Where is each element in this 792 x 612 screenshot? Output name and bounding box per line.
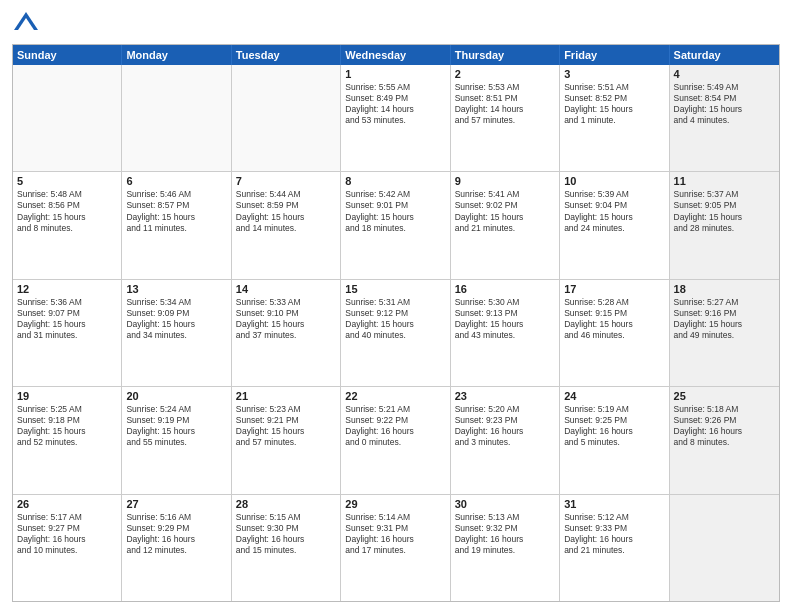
- cell-line: Sunset: 8:54 PM: [674, 93, 775, 104]
- day-number: 21: [236, 390, 336, 402]
- cell-line: and 21 minutes.: [455, 223, 555, 234]
- cell-line: Daylight: 16 hours: [455, 426, 555, 437]
- cell-line: Daylight: 15 hours: [17, 212, 117, 223]
- cell-day-18: 18Sunrise: 5:27 AMSunset: 9:16 PMDayligh…: [670, 280, 779, 386]
- cell-line: and 4 minutes.: [674, 115, 775, 126]
- cell-line: and 53 minutes.: [345, 115, 445, 126]
- cell-line: Sunset: 9:23 PM: [455, 415, 555, 426]
- cell-line: Sunrise: 5:15 AM: [236, 512, 336, 523]
- cell-line: and 17 minutes.: [345, 545, 445, 556]
- header-day-tuesday: Tuesday: [232, 45, 341, 65]
- cell-line: Sunset: 9:09 PM: [126, 308, 226, 319]
- day-number: 5: [17, 175, 117, 187]
- cell-line: Sunrise: 5:49 AM: [674, 82, 775, 93]
- day-number: 1: [345, 68, 445, 80]
- cell-line: Sunrise: 5:20 AM: [455, 404, 555, 415]
- day-number: 16: [455, 283, 555, 295]
- cell-line: Sunrise: 5:14 AM: [345, 512, 445, 523]
- cell-line: Sunset: 8:51 PM: [455, 93, 555, 104]
- calendar-row-3: 19Sunrise: 5:25 AMSunset: 9:18 PMDayligh…: [13, 386, 779, 493]
- logo: [12, 10, 44, 38]
- day-number: 15: [345, 283, 445, 295]
- cell-line: Sunset: 9:12 PM: [345, 308, 445, 319]
- cell-line: Sunrise: 5:23 AM: [236, 404, 336, 415]
- cell-line: and 49 minutes.: [674, 330, 775, 341]
- cell-line: Sunrise: 5:41 AM: [455, 189, 555, 200]
- cell-day-8: 8Sunrise: 5:42 AMSunset: 9:01 PMDaylight…: [341, 172, 450, 278]
- cell-line: Daylight: 14 hours: [345, 104, 445, 115]
- cell-day-24: 24Sunrise: 5:19 AMSunset: 9:25 PMDayligh…: [560, 387, 669, 493]
- calendar-row-0: 1Sunrise: 5:55 AMSunset: 8:49 PMDaylight…: [13, 65, 779, 171]
- calendar-row-2: 12Sunrise: 5:36 AMSunset: 9:07 PMDayligh…: [13, 279, 779, 386]
- day-number: 17: [564, 283, 664, 295]
- cell-line: Sunset: 9:04 PM: [564, 200, 664, 211]
- cell-day-23: 23Sunrise: 5:20 AMSunset: 9:23 PMDayligh…: [451, 387, 560, 493]
- cell-line: Sunset: 8:57 PM: [126, 200, 226, 211]
- cell-day-20: 20Sunrise: 5:24 AMSunset: 9:19 PMDayligh…: [122, 387, 231, 493]
- page: SundayMondayTuesdayWednesdayThursdayFrid…: [0, 0, 792, 612]
- cell-line: Daylight: 16 hours: [345, 426, 445, 437]
- cell-line: Sunset: 9:05 PM: [674, 200, 775, 211]
- cell-line: Sunset: 8:52 PM: [564, 93, 664, 104]
- cell-line: Sunset: 9:22 PM: [345, 415, 445, 426]
- cell-line: and 24 minutes.: [564, 223, 664, 234]
- cell-line: Sunset: 9:27 PM: [17, 523, 117, 534]
- cell-line: Sunrise: 5:39 AM: [564, 189, 664, 200]
- cell-day-16: 16Sunrise: 5:30 AMSunset: 9:13 PMDayligh…: [451, 280, 560, 386]
- cell-day-31: 31Sunrise: 5:12 AMSunset: 9:33 PMDayligh…: [560, 495, 669, 601]
- cell-line: and 12 minutes.: [126, 545, 226, 556]
- cell-line: Daylight: 15 hours: [674, 319, 775, 330]
- header-day-saturday: Saturday: [670, 45, 779, 65]
- cell-line: and 46 minutes.: [564, 330, 664, 341]
- cell-line: Daylight: 16 hours: [564, 534, 664, 545]
- day-number: 19: [17, 390, 117, 402]
- cell-line: Sunrise: 5:17 AM: [17, 512, 117, 523]
- cell-day-12: 12Sunrise: 5:36 AMSunset: 9:07 PMDayligh…: [13, 280, 122, 386]
- cell-line: Daylight: 15 hours: [564, 319, 664, 330]
- cell-line: Sunset: 9:19 PM: [126, 415, 226, 426]
- cell-line: Sunrise: 5:21 AM: [345, 404, 445, 415]
- day-number: 3: [564, 68, 664, 80]
- cell-day-29: 29Sunrise: 5:14 AMSunset: 9:31 PMDayligh…: [341, 495, 450, 601]
- cell-line: Sunset: 9:15 PM: [564, 308, 664, 319]
- logo-icon: [12, 10, 40, 38]
- day-number: 10: [564, 175, 664, 187]
- cell-line: Daylight: 16 hours: [345, 534, 445, 545]
- cell-line: and 57 minutes.: [455, 115, 555, 126]
- cell-line: and 19 minutes.: [455, 545, 555, 556]
- cell-day-25: 25Sunrise: 5:18 AMSunset: 9:26 PMDayligh…: [670, 387, 779, 493]
- cell-line: Sunrise: 5:27 AM: [674, 297, 775, 308]
- cell-line: Daylight: 15 hours: [17, 426, 117, 437]
- cell-line: Daylight: 15 hours: [236, 212, 336, 223]
- day-number: 14: [236, 283, 336, 295]
- cell-day-19: 19Sunrise: 5:25 AMSunset: 9:18 PMDayligh…: [13, 387, 122, 493]
- cell-line: Sunset: 8:56 PM: [17, 200, 117, 211]
- cell-day-7: 7Sunrise: 5:44 AMSunset: 8:59 PMDaylight…: [232, 172, 341, 278]
- cell-line: Sunset: 9:18 PM: [17, 415, 117, 426]
- cell-line: and 28 minutes.: [674, 223, 775, 234]
- cell-line: Daylight: 15 hours: [564, 212, 664, 223]
- cell-line: and 3 minutes.: [455, 437, 555, 448]
- calendar-header: SundayMondayTuesdayWednesdayThursdayFrid…: [13, 45, 779, 65]
- cell-line: Sunset: 9:02 PM: [455, 200, 555, 211]
- cell-line: Sunrise: 5:18 AM: [674, 404, 775, 415]
- cell-empty-4-6: [670, 495, 779, 601]
- cell-line: Sunset: 9:07 PM: [17, 308, 117, 319]
- cell-day-3: 3Sunrise: 5:51 AMSunset: 8:52 PMDaylight…: [560, 65, 669, 171]
- cell-line: Sunrise: 5:44 AM: [236, 189, 336, 200]
- cell-line: and 14 minutes.: [236, 223, 336, 234]
- day-number: 22: [345, 390, 445, 402]
- cell-line: Sunset: 9:33 PM: [564, 523, 664, 534]
- cell-line: and 8 minutes.: [674, 437, 775, 448]
- cell-empty-0-0: [13, 65, 122, 171]
- cell-day-21: 21Sunrise: 5:23 AMSunset: 9:21 PMDayligh…: [232, 387, 341, 493]
- cell-line: and 57 minutes.: [236, 437, 336, 448]
- cell-line: Sunrise: 5:25 AM: [17, 404, 117, 415]
- cell-line: Daylight: 16 hours: [126, 534, 226, 545]
- day-number: 18: [674, 283, 775, 295]
- day-number: 31: [564, 498, 664, 510]
- cell-line: and 10 minutes.: [17, 545, 117, 556]
- cell-line: Sunset: 9:16 PM: [674, 308, 775, 319]
- cell-line: Daylight: 15 hours: [345, 212, 445, 223]
- cell-line: Daylight: 16 hours: [564, 426, 664, 437]
